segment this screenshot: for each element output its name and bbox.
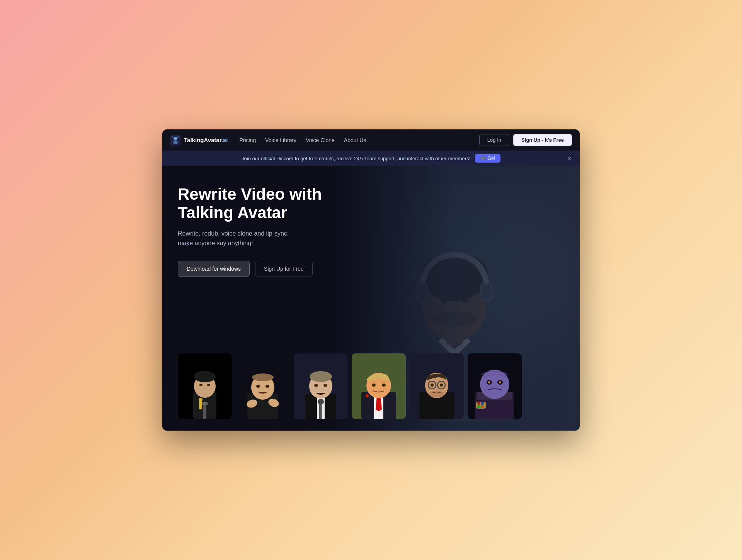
thumbnail-thanos[interactable]: [468, 353, 522, 419]
thumbnail-elon-musk[interactable]: [236, 353, 290, 419]
nav-actions: Log In Sign Up - It's Free: [479, 134, 572, 146]
navbar: TalkingAvatar.ai Pricing Voice Library V…: [162, 129, 580, 151]
svg-point-1: [174, 137, 177, 141]
svg-point-41: [265, 385, 269, 388]
svg-point-59: [366, 394, 369, 397]
svg-point-51: [314, 384, 318, 387]
svg-rect-31: [203, 404, 206, 419]
svg-point-83: [481, 405, 484, 408]
svg-point-78: [499, 381, 501, 384]
svg-point-30: [207, 384, 210, 386]
svg-point-74: [480, 370, 509, 399]
svg-point-69: [429, 391, 444, 397]
nav-about-us[interactable]: About Us: [344, 137, 366, 143]
svg-point-58: [382, 384, 386, 387]
svg-point-28: [194, 371, 216, 382]
svg-point-52: [323, 384, 327, 387]
svg-point-80: [477, 402, 480, 405]
hero-subtitle: Rewrite, redub, voice clone and lip-sync…: [178, 229, 368, 248]
nav-links: Pricing Voice Library Voice Clone About …: [239, 137, 479, 143]
svg-point-82: [477, 405, 480, 408]
signup-button[interactable]: Sign Up - It's Free: [513, 134, 572, 146]
browser-window: TalkingAvatar.ai Pricing Voice Library V…: [162, 129, 580, 431]
discord-banner: Join our official Discord to get free cr…: [162, 151, 580, 166]
svg-point-57: [372, 384, 376, 387]
svg-point-40: [256, 385, 260, 388]
svg-point-67: [431, 384, 434, 387]
close-banner-button[interactable]: ✕: [567, 155, 572, 162]
hero-title: Rewrite Video withTalking Avatar: [178, 185, 368, 222]
nav-voice-library[interactable]: Voice Library: [265, 137, 296, 143]
svg-point-81: [481, 402, 484, 405]
hero-buttons: Download for windows Sign Up for Free: [178, 261, 368, 277]
logo-text: TalkingAvatar.ai: [184, 137, 228, 143]
thumbnail-trump[interactable]: [352, 353, 406, 419]
thumbnail-steve-jobs[interactable]: [410, 353, 464, 419]
nav-voice-clone[interactable]: Voice Clone: [306, 137, 335, 143]
svg-point-68: [440, 384, 443, 387]
thumbnail-jackie-chan[interactable]: [178, 353, 232, 419]
thumbnail-row: [178, 353, 522, 419]
svg-point-34: [199, 398, 203, 402]
go-button[interactable]: 🎮 Go!: [475, 154, 500, 163]
logo[interactable]: TalkingAvatar.ai: [170, 135, 228, 146]
download-button[interactable]: Download for windows: [178, 261, 250, 277]
svg-point-77: [488, 381, 490, 384]
svg-point-32: [202, 402, 208, 406]
logo-icon: [170, 135, 181, 146]
svg-rect-49: [319, 403, 322, 419]
svg-point-29: [199, 384, 203, 386]
login-button[interactable]: Log In: [479, 134, 509, 146]
thumbnail-leo-dicaprio[interactable]: [294, 353, 348, 419]
hero-section: Rewrite Video withTalking Avatar Rewrite…: [162, 166, 580, 431]
nav-pricing[interactable]: Pricing: [239, 137, 256, 143]
svg-rect-50: [318, 399, 324, 404]
svg-point-39: [252, 373, 274, 381]
svg-point-48: [310, 371, 332, 382]
signup-free-button[interactable]: Sign Up for Free: [255, 261, 313, 277]
banner-text: Join our official Discord to get free cr…: [242, 156, 470, 161]
svg-point-2: [173, 141, 178, 144]
